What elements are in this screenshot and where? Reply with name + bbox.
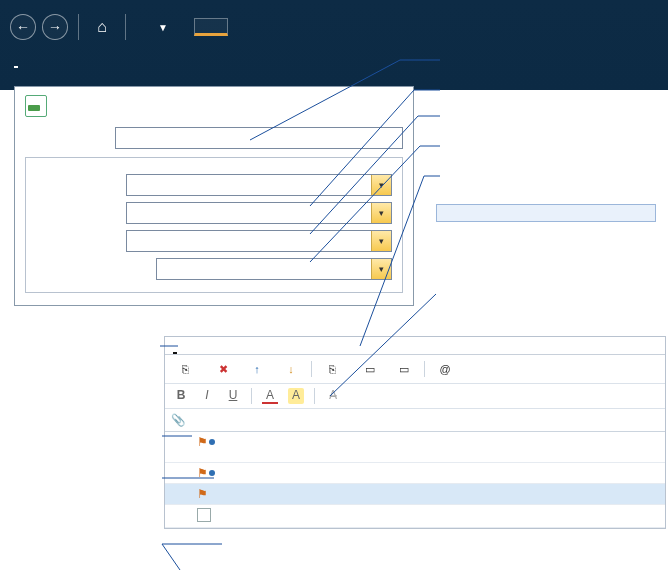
paperclip-icon: 📎: [171, 414, 185, 426]
validation-flag-icon: ⚑: [197, 467, 215, 479]
tab-associated[interactable]: [263, 342, 267, 354]
delete-step-button[interactable]: ✖: [209, 359, 237, 379]
add-step-label: [223, 505, 665, 528]
expected-cell[interactable]: [515, 463, 665, 484]
test-case-panel: ▾ ▾ ▾ ▾: [14, 86, 414, 306]
num-header: [191, 409, 223, 432]
validation-flag-icon: ⚑: [197, 436, 215, 448]
table-row[interactable]: ⚑: [165, 484, 665, 505]
insert-param-button[interactable]: @: [431, 359, 463, 379]
action-cell[interactable]: [223, 484, 515, 505]
insert-step-button[interactable]: ⎘: [171, 359, 203, 379]
plan-tab[interactable]: [194, 18, 228, 36]
tab-steps[interactable]: [173, 342, 177, 354]
state-combo[interactable]: ▾: [126, 202, 392, 224]
arrow-down-icon: ↓: [284, 362, 298, 376]
steps-tabs: [165, 337, 665, 355]
highlight-button[interactable]: A: [288, 388, 304, 404]
insert-shared-button[interactable]: ⎘: [318, 359, 350, 379]
divider: [424, 361, 425, 377]
title-row: [25, 127, 403, 149]
svg-line-15: [162, 544, 180, 570]
priority-combo[interactable]: ▾: [126, 230, 392, 252]
automation-value: [157, 259, 371, 279]
format-toolbar: B I U A A A̶: [165, 384, 665, 409]
tab-backlog[interactable]: [209, 342, 213, 354]
steps-panel: ⎘ ✖ ↑ ↓ ⎘ ▭ ▭ @ B I U A A A̶ 📎: [164, 336, 666, 529]
shared-extra-1[interactable]: ▭: [356, 359, 384, 379]
font-color-button[interactable]: A: [262, 388, 278, 404]
expected-cell[interactable]: [515, 484, 665, 505]
subtab-properties[interactable]: [58, 54, 62, 68]
subtab-results[interactable]: [36, 54, 40, 68]
divider: [78, 14, 79, 40]
step-flag-icon: ⚑: [197, 488, 208, 500]
shared-steps-icon: ⎘: [325, 362, 339, 376]
move-up-button[interactable]: ↑: [243, 359, 271, 379]
chevron-down-icon: ▾: [371, 231, 391, 251]
steps-toolbar: ⎘ ✖ ↑ ↓ ⎘ ▭ ▭ @: [165, 355, 665, 384]
automation-combo[interactable]: ▾: [156, 258, 392, 280]
state-value: [127, 203, 371, 223]
clear-format-button[interactable]: A̶: [325, 388, 341, 404]
nav-row: ← → ⌂ ▼: [10, 6, 658, 48]
panel-header: [25, 95, 403, 117]
action-cell[interactable]: [223, 463, 515, 484]
divider: [125, 14, 126, 40]
arrow-left-icon: ←: [16, 19, 30, 35]
arrow-right-icon: →: [48, 19, 62, 35]
insert-step-icon: ⎘: [178, 362, 192, 376]
italic-button[interactable]: I: [199, 388, 215, 404]
action-cell[interactable]: [223, 432, 515, 463]
expected-header: [515, 409, 665, 432]
divider: [311, 361, 312, 377]
expected-cell[interactable]: [515, 432, 665, 463]
divider: [251, 388, 252, 404]
add-step-row[interactable]: [165, 505, 665, 528]
forward-button[interactable]: →: [42, 14, 68, 40]
action-header: [223, 409, 515, 432]
param-icon: @: [438, 362, 452, 376]
assigned-value: [127, 175, 371, 195]
test-case-icon: [25, 95, 47, 117]
tab-summary[interactable]: [191, 342, 195, 354]
chevron-down-icon: ▼: [158, 22, 168, 33]
bold-button[interactable]: B: [173, 388, 189, 404]
move-down-button[interactable]: ↓: [277, 359, 305, 379]
back-button[interactable]: ←: [10, 14, 36, 40]
tab-links[interactable]: [227, 342, 231, 354]
home-button[interactable]: ⌂: [89, 14, 115, 40]
attachment-header: 📎: [165, 409, 191, 432]
subtab-contents[interactable]: [14, 54, 18, 68]
doc-icon: ▭: [363, 362, 377, 376]
arrow-up-icon: ↑: [250, 362, 264, 376]
steps-table: 📎 ⚑: [165, 409, 665, 528]
table-row[interactable]: ⚑: [165, 463, 665, 484]
table-row[interactable]: ⚑: [165, 432, 665, 463]
app-chrome: ← → ⌂ ▼: [0, 0, 668, 90]
chevron-down-icon: ▾: [371, 203, 391, 223]
new-step-icon: [197, 508, 211, 522]
doc-icon: ▭: [397, 362, 411, 376]
title-input[interactable]: [115, 127, 403, 149]
chevron-down-icon: ▾: [371, 175, 391, 195]
underline-button[interactable]: U: [225, 388, 241, 404]
sub-tabs: [10, 54, 658, 68]
callout-infobox: [436, 204, 656, 222]
divider: [314, 388, 315, 404]
delete-icon: ✖: [216, 362, 230, 376]
shared-extra-2[interactable]: ▭: [390, 359, 418, 379]
status-group: ▾ ▾ ▾ ▾: [25, 157, 403, 293]
assigned-combo[interactable]: ▾: [126, 174, 392, 196]
priority-value: [127, 231, 371, 251]
app-dropdown[interactable]: ▼: [158, 22, 168, 33]
home-icon: ⌂: [97, 18, 107, 36]
chevron-down-icon: ▾: [371, 259, 391, 279]
tab-attachments[interactable]: [245, 342, 249, 354]
